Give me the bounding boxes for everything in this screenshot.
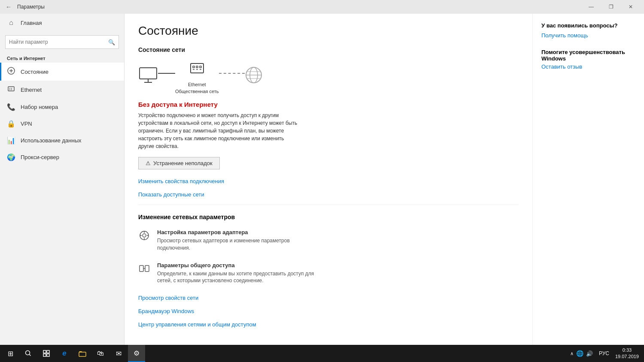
setting-sharing: Параметры общего доступа Определите, к к… <box>138 262 519 285</box>
volume-icon[interactable]: 🔊 <box>586 350 593 357</box>
maximize-button[interactable]: ❐ <box>601 0 621 14</box>
setting-adapter: Настройка параметров адаптера Просмотр с… <box>138 229 519 252</box>
sidebar-label-ethernet: Ethernet <box>21 87 42 93</box>
sharing-desc: Определите, к каким данным вы хотите пре… <box>157 270 320 285</box>
sidebar-item-vpn[interactable]: 🔒 VPN <box>0 115 124 132</box>
proxy-icon: 🌍 <box>7 153 15 161</box>
sharing-icon <box>138 263 150 277</box>
dialup-icon: 📞 <box>7 103 15 111</box>
chevron-up-icon[interactable]: ∧ <box>570 351 574 356</box>
sidebar-item-proxy[interactable]: 🌍 Прокси-сервер <box>0 149 124 166</box>
sidebar-label-dialup: Набор номера <box>21 104 58 110</box>
setting-sharing-text: Параметры общего доступа Определите, к к… <box>157 262 320 285</box>
svg-rect-18 <box>79 352 86 356</box>
minimize-button[interactable]: — <box>581 0 601 14</box>
section-network-status: Состояние сети <box>138 46 519 53</box>
questions-title: У вас появились вопросы? <box>541 22 635 29</box>
dashed-line <box>219 73 245 74</box>
change-settings-title: Изменение сетевых параметров <box>138 214 519 220</box>
device-ethernet: Ethernet Общественная сеть <box>175 60 219 94</box>
home-icon: ⌂ <box>7 19 15 27</box>
svg-rect-3 <box>191 63 204 73</box>
clock-date: 19.07.2019 <box>615 353 639 360</box>
settings-taskbar-button[interactable]: ⚙ <box>128 345 145 362</box>
start-button[interactable]: ⊞ <box>2 345 19 362</box>
no-internet-title: Без доступа к Интернету <box>138 101 519 108</box>
ethernet-label: Ethernet <box>188 82 206 87</box>
svg-point-13 <box>26 351 30 355</box>
store-button[interactable]: 🛍 <box>92 345 109 362</box>
globe-icon <box>245 66 263 88</box>
taskbar-tray: ∧ 🌐 🔊 <box>567 350 596 357</box>
taskbar-clock[interactable]: 0:33 19.07.2019 <box>612 347 642 360</box>
svg-rect-6 <box>200 66 201 68</box>
divider <box>138 205 519 205</box>
computer-icon <box>138 67 158 87</box>
sidebar-label-data-usage: Использование данных <box>21 137 82 144</box>
sidebar: ⌂ Главная 🔍 Сеть и Интернет Состояние Et… <box>0 14 125 345</box>
search-button[interactable] <box>20 345 37 362</box>
ethernet-device-icon <box>189 60 205 80</box>
svg-rect-1 <box>8 87 14 91</box>
search-input[interactable] <box>9 39 108 45</box>
sidebar-item-dialup[interactable]: 📞 Набор номера <box>0 99 124 115</box>
sidebar-label-status: Состояние <box>21 69 49 75</box>
network-center-link[interactable]: Центр управления сетями и общим доступом <box>138 321 519 328</box>
improve-title: Помогите усовершенствовать Windows <box>541 49 635 62</box>
back-button[interactable]: ← <box>3 2 14 12</box>
sidebar-label-vpn: VPN <box>21 121 32 127</box>
network-type-label: Общественная сеть <box>175 89 219 94</box>
svg-rect-17 <box>47 354 49 356</box>
sharing-title[interactable]: Параметры общего доступа <box>157 262 320 268</box>
titlebar: ← Параметры — ❐ ✕ <box>0 0 644 14</box>
solid-line <box>158 73 175 74</box>
no-internet-desc: Устройство подключено и может получить д… <box>138 112 301 150</box>
language-indicator[interactable]: РУС <box>597 350 611 356</box>
status-icon <box>7 67 15 76</box>
svg-rect-16 <box>43 354 46 356</box>
feedback-link[interactable]: Оставить отзыв <box>541 63 635 70</box>
sidebar-item-home[interactable]: ⌂ Главная <box>0 14 124 32</box>
svg-rect-2 <box>140 68 157 79</box>
explorer-button[interactable] <box>74 345 91 362</box>
close-button[interactable]: ✕ <box>621 0 641 14</box>
sidebar-item-ethernet[interactable]: Ethernet <box>0 81 124 99</box>
ethernet-icon <box>7 85 15 94</box>
search-icon: 🔍 <box>108 39 115 45</box>
svg-rect-11 <box>140 265 143 272</box>
troubleshoot-button[interactable]: ⚠ Устранение неполадок <box>138 157 220 169</box>
mail-button[interactable]: ✉ <box>110 345 127 362</box>
sidebar-item-data-usage[interactable]: 📊 Использование данных <box>0 132 124 149</box>
page-title: Состояние <box>138 24 519 38</box>
edge-button[interactable]: e <box>56 345 73 362</box>
svg-rect-14 <box>43 350 46 353</box>
svg-point-10 <box>143 234 146 237</box>
device-computer <box>138 67 158 87</box>
titlebar-controls: — ❐ ✕ <box>581 0 641 14</box>
get-help-link[interactable]: Получить помощь <box>541 32 635 39</box>
app-body: ⌂ Главная 🔍 Сеть и Интернет Состояние Et… <box>0 14 644 345</box>
adapter-title[interactable]: Настройка параметров адаптера <box>157 229 320 235</box>
network-tray-icon: 🌐 <box>576 350 583 357</box>
show-networks-link[interactable]: Показать доступные сети <box>138 191 519 198</box>
warning-icon: ⚠ <box>146 160 151 166</box>
vpn-icon: 🔒 <box>7 120 15 128</box>
sidebar-label-proxy: Прокси-сервер <box>21 154 59 160</box>
search-box[interactable]: 🔍 <box>5 35 119 49</box>
sidebar-category: Сеть и Интернет <box>0 52 124 63</box>
svg-rect-4 <box>193 66 194 68</box>
network-diagram: Ethernet Общественная сеть <box>138 60 519 94</box>
main-content: Состояние Состояние сети <box>125 14 532 345</box>
firewall-link[interactable]: Брандмауэр Windows <box>138 308 519 314</box>
task-view-button[interactable] <box>38 345 55 362</box>
home-label: Главная <box>21 20 42 26</box>
change-connection-link[interactable]: Изменить свойства подключения <box>138 178 519 184</box>
adapter-desc: Просмотр сетевых адаптеров и изменение п… <box>157 237 320 252</box>
clock-time: 0:33 <box>623 347 632 353</box>
svg-rect-5 <box>196 66 198 68</box>
data-usage-icon: 📊 <box>7 136 15 145</box>
network-properties-link[interactable]: Просмотр свойств сети <box>138 295 519 301</box>
adapter-icon <box>138 230 150 244</box>
sidebar-item-status[interactable]: Состояние <box>0 63 124 81</box>
svg-rect-12 <box>145 265 149 272</box>
